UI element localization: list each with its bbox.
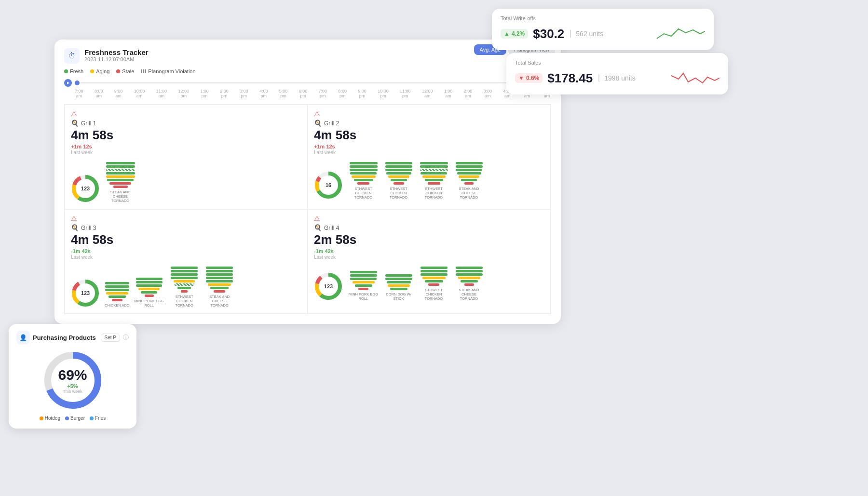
timeline-line xyxy=(81,82,549,83)
grill-1-delta: +1m 12s xyxy=(71,144,301,149)
legend-fries: Fries xyxy=(90,416,106,421)
tracker-datetime: 2023-11-12 07:00AM xyxy=(84,56,149,62)
grill-2-donut: 16 xyxy=(314,171,343,200)
product-stack: STEAK AND CHEESE TORNADO xyxy=(204,267,235,308)
purchasing-week: This week xyxy=(63,389,82,394)
purchasing-percentage: 69% xyxy=(58,367,87,383)
product-stack: MINH PORK EGG ROLL xyxy=(348,271,379,301)
legend-aging: Aging xyxy=(90,68,109,74)
grill-cell-4: ⚠ 🍳 Grill 4 2m 58s -1m 42s Last week 123 xyxy=(308,209,551,314)
legend-stale: Stale xyxy=(116,68,134,74)
grill-4-products: MINH PORK EGG ROLL CORN DOG W/ STICK xyxy=(348,267,485,301)
grill-4-icon: 🍳 xyxy=(314,224,322,231)
bar-stack xyxy=(350,271,377,290)
writeoffs-badge: ▲ 4.2% xyxy=(501,29,528,39)
grill-1-donut-label: 123 xyxy=(81,186,90,191)
grill-3-donut-label: 123 xyxy=(81,290,90,296)
writeoffs-value: $30.2 xyxy=(533,27,564,41)
grill-1-time: 4m 58s xyxy=(71,128,301,143)
product-stack: STHWEST CHICKEN TORNADO xyxy=(348,162,379,200)
grill-2-bottom: 16 STHWEST CHICKE xyxy=(314,159,544,200)
grill-3-bottom: 123 CHICKEN ADO xyxy=(71,264,301,308)
grill-3-name: Grill 3 xyxy=(81,225,96,231)
hotdog-dot xyxy=(40,416,43,420)
bar-stack xyxy=(105,282,129,301)
writeoffs-units: 562 units xyxy=(570,30,603,38)
writeoffs-chart xyxy=(657,24,705,43)
grill-cell-3: ⚠ 🍳 Grill 3 4m 58s -1m 42s Last week 123 xyxy=(65,209,308,314)
grills-grid: ⚠ 🍳 Grill 1 4m 58s +1m 12s Last week 123 xyxy=(64,104,551,314)
grill-3-alert-icon: ⚠ xyxy=(71,214,77,222)
product-stack: STHWEST CHICKEN TORNADO xyxy=(169,267,200,308)
bar-stack xyxy=(385,274,412,290)
grill-2-donut-label: 16 xyxy=(326,182,331,188)
totalsales-units: 1998 units xyxy=(598,74,636,82)
writeoffs-main-row: ▲ 4.2% $30.2 562 units xyxy=(501,24,705,43)
product-label: STHWEST CHICKEN TORNADO xyxy=(169,295,200,308)
grill-2-icon: 🍳 xyxy=(314,120,322,127)
aging-dot xyxy=(90,69,94,73)
grill-1-name: Grill 1 xyxy=(81,120,96,127)
tracker-title: Freshness Tracker xyxy=(84,48,149,56)
grill-1-alert-icon: ⚠ xyxy=(71,110,77,118)
info-icon[interactable]: ⓘ xyxy=(123,334,129,342)
bar-stack xyxy=(106,162,135,188)
grill-4-donut: 123 xyxy=(314,272,343,301)
purchasing-donut-area: 69% +5% This week xyxy=(16,349,129,412)
product-label: STEAK AND CHEESE TORNADO xyxy=(453,187,485,200)
play-button[interactable]: ▶ xyxy=(64,79,72,87)
card-title-area: Freshness Tracker 2023-11-12 07:00AM xyxy=(84,48,149,62)
set-par-button[interactable]: Set P xyxy=(101,334,120,342)
totalsales-chart xyxy=(671,68,719,88)
grill-2-time: 4m 58s xyxy=(314,128,544,143)
totalsales-badge: ▼ 0.6% xyxy=(515,73,542,83)
product-label: MINH PORK EGG ROLL xyxy=(134,299,165,308)
purchasing-title: Purchasing Products xyxy=(33,334,98,341)
grill-cell-1: ⚠ 🍳 Grill 1 4m 58s +1m 12s Last week 123 xyxy=(65,105,308,209)
stale-dot xyxy=(116,69,120,73)
bar-stack xyxy=(456,162,483,185)
product-stack: STEAK AND CHEESE TORNADO xyxy=(105,162,136,203)
product-label: STHWEST CHICKEN TORNADO xyxy=(348,187,379,200)
product-stack: MINH PORK EGG ROLL xyxy=(134,278,165,308)
grill-2-products: STHWEST CHICKEN TORNADO xyxy=(348,162,485,200)
product-stack: STEAK AND CHEESE TORNADO xyxy=(453,162,485,200)
totalsales-title: Total Sales xyxy=(515,60,719,66)
grill-2-delta: +1m 12s xyxy=(314,144,544,149)
product-stack: CORN DOG W/ STICK xyxy=(383,274,414,301)
product-stack: STHWEST CHICKEN TORNADO xyxy=(418,267,449,301)
time-labels: 7:00am 8:00am 9:00am 10:00am 11:00am 12:… xyxy=(64,89,551,98)
grill-4-name: Grill 4 xyxy=(324,225,339,231)
legend: Fresh Aging Stale Planogram Violation xyxy=(64,68,551,74)
purchasing-donut-label: 69% +5% This week xyxy=(58,367,87,394)
grill-2-name: Grill 2 xyxy=(324,120,339,127)
product-label: CORN DOG W/ STICK xyxy=(383,292,414,301)
grill-3-name-row: 🍳 Grill 3 xyxy=(71,224,301,231)
product-label: STEAK AND CHEESE TORNADO xyxy=(453,288,485,301)
writeoffs-card: Total Write-offs ▲ 4.2% $30.2 562 units xyxy=(492,9,714,50)
grill-1-icon: 🍳 xyxy=(71,120,79,127)
totalsales-value: $178.45 xyxy=(547,71,593,86)
purchasing-legend: Hotdog Burger Fries xyxy=(16,416,129,421)
bar-stack xyxy=(136,278,163,297)
purchasing-card: 👤 Purchasing Products Set P ⓘ 69% +5% Th… xyxy=(9,324,136,429)
grill-cell-2: ⚠ 🍳 Grill 2 4m 58s +1m 12s Last week 16 xyxy=(308,105,551,209)
grill-3-products: CHICKEN ADO MINH PORK EGG ROLL xyxy=(105,267,235,308)
grill-1-products: STEAK AND CHEESE TORNADO xyxy=(105,162,136,203)
grill-3-delta: -1m 42s xyxy=(71,248,301,254)
clock-icon: ⏱ xyxy=(64,48,80,64)
grill-4-time: 2m 58s xyxy=(314,232,544,247)
grill-4-name-row: 🍳 Grill 4 xyxy=(314,224,544,231)
product-stack: STEAK AND CHEESE TORNADO xyxy=(453,267,485,301)
purchasing-icon: 👤 xyxy=(16,331,30,344)
bar-stack xyxy=(420,162,448,185)
grill-4-bottom: 123 MINH PORK EGG ROLL xyxy=(314,264,544,301)
grill-4-last: Last week xyxy=(314,255,544,260)
grill-2-alert-icon: ⚠ xyxy=(314,110,320,118)
grill-4-delta: -1m 42s xyxy=(314,248,544,254)
burger-dot xyxy=(65,416,69,420)
purchasing-big-donut: 69% +5% This week xyxy=(41,349,104,412)
legend-hotdog: Hotdog xyxy=(40,416,60,421)
product-label: STHWEST CHICKEN TORNADO xyxy=(418,187,449,200)
grill-4-donut-label: 123 xyxy=(324,283,333,289)
